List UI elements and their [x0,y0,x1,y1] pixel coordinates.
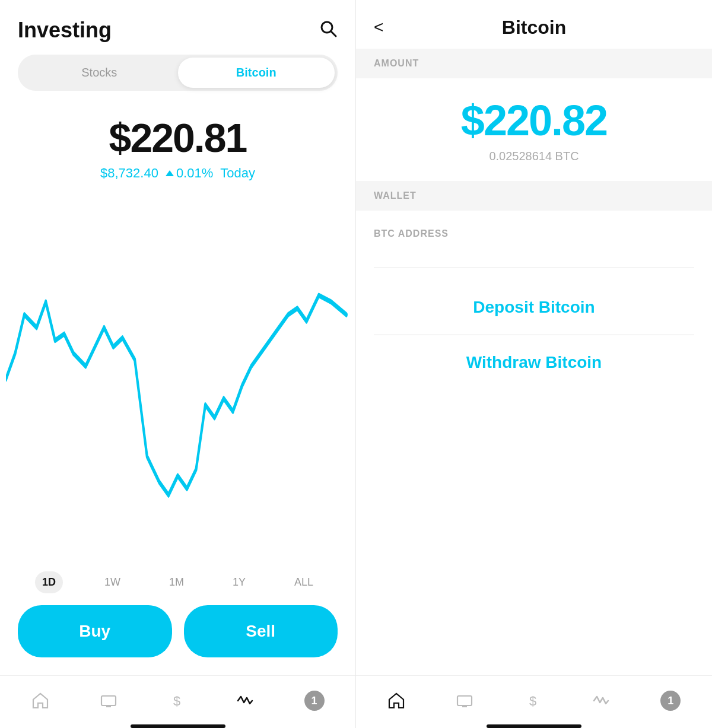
arrow-up-icon [166,170,174,176]
amount-section-label: AMOUNT [356,49,712,78]
right-tv-icon [456,692,473,710]
svg-rect-6 [457,696,472,705]
left-bottom-bar [131,724,225,728]
activity-icon [236,692,254,710]
chart-container [0,193,355,559]
right-panel: < Bitcoin AMOUNT $220.82 0.02528614 BTC … [356,0,712,728]
amount-usd: $220.82 [374,96,694,145]
amount-display: $220.82 0.02528614 BTC [356,78,712,181]
nav-badge[interactable]: 1 [298,688,330,714]
nav-activity[interactable] [230,689,260,713]
right-home-icon [387,692,405,710]
right-header: < Bitcoin [356,0,712,49]
withdraw-bitcoin-button[interactable]: Withdraw Bitcoin [356,335,712,390]
right-nav-tv[interactable] [450,689,479,713]
right-nav-badge[interactable]: 1 [654,688,686,714]
wallet-section-label: WALLET [356,181,712,211]
time-btn-1m[interactable]: 1M [162,571,191,593]
svg-text:$: $ [529,694,536,708]
btc-address-label: BTC ADDRESS [374,228,694,239]
price-meta: $8,732.40 0.01% Today [18,166,338,181]
svg-line-1 [331,31,336,36]
right-spacer [356,390,712,675]
back-button[interactable]: < [374,18,383,37]
nav-tv[interactable] [94,689,123,713]
left-panel: Investing Stocks Bitcoin $220.81 $8,732.… [0,0,356,728]
svg-rect-2 [101,696,116,705]
amount-btc: 0.02528614 BTC [374,150,694,163]
btc-price: $8,732.40 [100,166,158,181]
period-label: Today [220,166,255,181]
time-btn-1d[interactable]: 1D [35,571,63,593]
tv-icon [100,692,117,710]
right-notification-badge[interactable]: 1 [660,691,681,711]
btc-address-divider [374,268,694,268]
notification-badge[interactable]: 1 [304,691,325,711]
deposit-bitcoin-button[interactable]: Deposit Bitcoin [356,280,712,335]
left-bottom-nav: $ 1 [0,675,355,720]
right-nav-home[interactable] [382,689,411,713]
right-nav-dollar[interactable]: $ [518,689,548,713]
tab-switcher: Stocks Bitcoin [18,55,338,91]
nav-home[interactable] [26,689,55,713]
right-activity-icon [592,692,610,710]
svg-text:$: $ [173,694,180,708]
buy-button[interactable]: Buy [18,605,172,657]
search-icon[interactable] [319,19,338,42]
price-section: $220.81 $8,732.40 0.01% Today [0,109,355,193]
price-change: 0.01% [166,166,213,181]
action-buttons: Buy Sell [0,605,355,675]
btc-address-section: BTC ADDRESS [356,211,712,256]
sell-button[interactable]: Sell [184,605,338,657]
time-btn-all[interactable]: ALL [287,571,320,593]
right-bottom-bar [487,724,581,728]
change-percent: 0.01% [176,166,213,181]
dollar-icon: $ [168,692,186,710]
right-page-title: Bitcoin [502,17,566,39]
time-range: 1D 1W 1M 1Y ALL [0,559,355,605]
right-bottom-nav: $ 1 [356,675,712,720]
tab-stocks[interactable]: Stocks [21,58,178,88]
tab-bitcoin[interactable]: Bitcoin [178,58,335,88]
right-dollar-icon: $ [524,692,542,710]
time-btn-1w[interactable]: 1W [97,571,128,593]
main-price: $220.81 [18,115,338,161]
right-nav-activity[interactable] [586,689,616,713]
nav-dollar[interactable]: $ [162,689,192,713]
home-icon [31,692,49,710]
page-title: Investing [18,18,112,43]
time-btn-1y[interactable]: 1Y [225,571,253,593]
left-header: Investing [0,0,355,55]
